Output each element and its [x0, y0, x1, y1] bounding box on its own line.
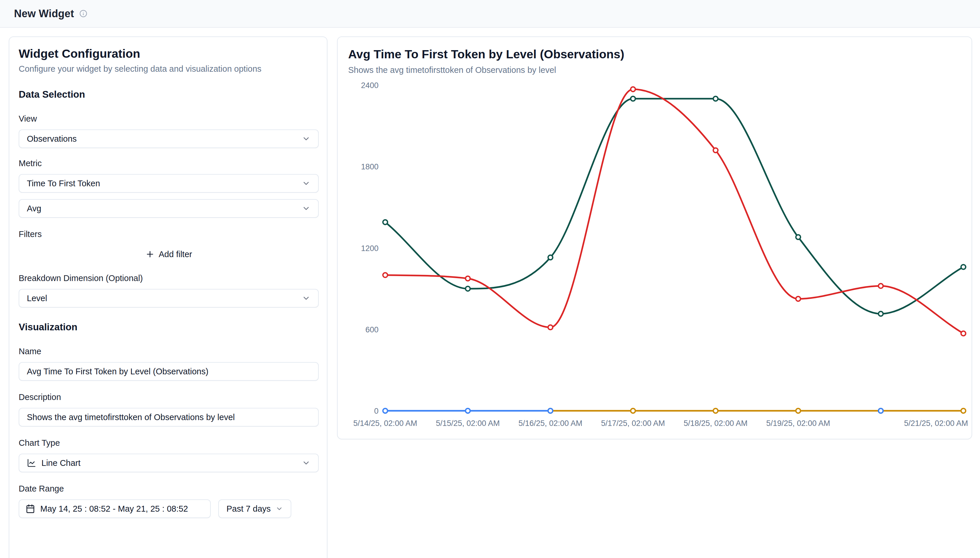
y-tick-label: 0	[374, 407, 379, 415]
chevron-down-icon	[302, 294, 311, 303]
series-teal-point	[713, 97, 718, 101]
aggregation-select[interactable]: Avg	[19, 199, 319, 218]
config-title: Widget Configuration	[19, 47, 318, 61]
series-red-point	[713, 148, 718, 153]
series-red-point	[631, 87, 635, 92]
y-tick-label: 600	[366, 325, 379, 334]
date-preset-value: Past 7 days	[226, 504, 271, 514]
series-red-point	[796, 297, 800, 301]
x-tick-label: 5/15/25, 02:00 AM	[436, 419, 500, 428]
x-tick-label: 5/19/25, 02:00 AM	[766, 419, 830, 428]
view-select[interactable]: Observations	[19, 130, 319, 148]
series-teal-point	[961, 265, 966, 269]
date-preset-button[interactable]: Past 7 days	[218, 499, 291, 518]
section-data-selection: Data Selection	[19, 89, 318, 100]
date-range-value: May 14, 25 : 08:52 - May 21, 25 : 08:52	[40, 504, 188, 514]
widget-preview-panel: Avg Time To First Token by Level (Observ…	[337, 36, 972, 439]
y-tick-label: 2400	[361, 81, 379, 90]
series-teal-point	[466, 286, 470, 291]
chart-type-label: Chart Type	[19, 438, 318, 448]
description-input-value: Shows the avg timetofirsttoken of Observ…	[27, 412, 311, 422]
description-input[interactable]: Shows the avg timetofirsttoken of Observ…	[19, 408, 319, 427]
x-tick-label: 5/14/25, 02:00 AM	[353, 419, 417, 428]
metric-select[interactable]: Time To First Token	[19, 174, 319, 193]
series-red-point	[961, 331, 966, 336]
name-label: Name	[19, 346, 318, 356]
section-visualization: Visualization	[19, 322, 318, 333]
breakdown-select[interactable]: Level	[19, 289, 319, 308]
y-tick-label: 1800	[361, 162, 379, 171]
date-range-button[interactable]: May 14, 25 : 08:52 - May 21, 25 : 08:52	[19, 499, 211, 518]
widget-configuration-panel: Widget Configuration Configure your widg…	[9, 36, 328, 558]
series-blue-point	[878, 409, 883, 413]
plus-icon	[145, 249, 155, 259]
series-amber-point	[631, 409, 635, 413]
chevron-down-icon	[302, 459, 311, 467]
add-filter-button[interactable]: Add filter	[19, 247, 319, 262]
breakdown-select-value: Level	[27, 294, 302, 303]
series-teal-line	[385, 99, 964, 314]
chevron-down-icon	[275, 505, 283, 512]
series-teal-point	[548, 255, 553, 260]
config-subtitle: Configure your widget by selecting data …	[19, 64, 318, 74]
series-red-line	[385, 89, 964, 333]
chart-type-select-value: Line Chart	[41, 458, 302, 468]
series-amber-point	[961, 409, 966, 413]
line-chart-icon	[27, 458, 36, 468]
date-range-label: Date Range	[19, 484, 318, 494]
page-title: New Widget	[14, 8, 74, 20]
series-teal-point	[631, 97, 635, 101]
view-label: View	[19, 114, 318, 124]
x-tick-label: 5/17/25, 02:00 AM	[601, 419, 665, 428]
series-teal-point	[878, 311, 883, 316]
chevron-down-icon	[302, 179, 311, 188]
series-amber-point	[713, 409, 718, 413]
y-tick-label: 1200	[361, 244, 379, 253]
series-blue-point	[383, 409, 387, 413]
series-amber-point	[796, 409, 800, 413]
series-red-point	[383, 273, 387, 277]
calendar-icon	[26, 504, 35, 514]
page-header: New Widget	[0, 0, 980, 28]
series-teal-point	[796, 235, 800, 240]
series-blue-point	[466, 409, 470, 413]
chart-type-select[interactable]: Line Chart	[19, 454, 319, 472]
info-icon[interactable]	[79, 10, 87, 18]
description-label: Description	[19, 392, 318, 402]
line-chart: 06001200180024005/14/25, 02:00 AM5/15/25…	[338, 37, 973, 440]
filters-label: Filters	[19, 230, 318, 239]
view-select-value: Observations	[27, 134, 302, 144]
x-tick-label: 5/18/25, 02:00 AM	[684, 419, 748, 428]
series-red-point	[548, 325, 553, 330]
series-teal-point	[383, 220, 387, 225]
series-red-point	[466, 276, 470, 281]
metric-select-value: Time To First Token	[27, 179, 302, 188]
name-input[interactable]: Avg Time To First Token by Level (Observ…	[19, 362, 319, 381]
aggregation-select-value: Avg	[27, 204, 302, 213]
breakdown-label: Breakdown Dimension (Optional)	[19, 274, 318, 283]
name-input-value: Avg Time To First Token by Level (Observ…	[27, 367, 311, 376]
x-tick-label: 5/16/25, 02:00 AM	[518, 419, 582, 428]
add-filter-label: Add filter	[159, 249, 192, 259]
metric-label: Metric	[19, 159, 318, 168]
series-blue-point	[548, 409, 553, 413]
chevron-down-icon	[302, 204, 311, 213]
x-tick-label: 5/21/25, 02:00 AM	[904, 419, 968, 428]
chevron-down-icon	[302, 135, 311, 143]
series-red-point	[878, 284, 883, 288]
